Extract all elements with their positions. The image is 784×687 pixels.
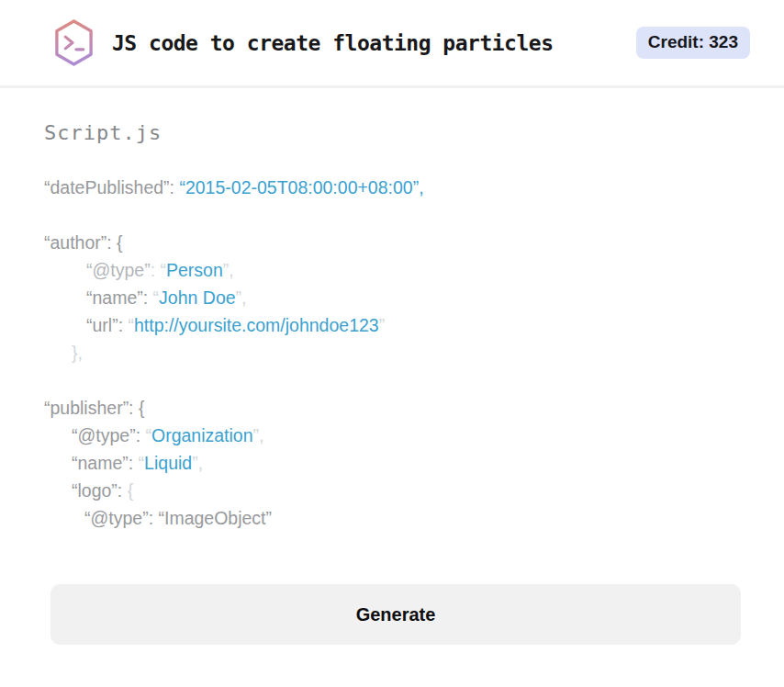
code-token-key: “datePublished”:	[44, 177, 179, 197]
code-token-key: “logo”:	[72, 480, 128, 501]
code-token-value: Person	[166, 260, 223, 280]
main-content: Script.js “datePublished”: “2015-02-05T0…	[0, 88, 784, 532]
header-bar: JS code to create floating particles Cre…	[0, 0, 784, 88]
code-line: “logo”: {	[44, 477, 741, 504]
code-token-punct_light: ”,	[253, 425, 264, 445]
code-token-punct_light: {	[128, 480, 134, 501]
code-line: “name”: “John Doe”,	[44, 284, 741, 311]
code-token-key: “publisher”: {	[44, 398, 144, 418]
code-line: “@type”: “ImageObject”	[44, 504, 741, 532]
code-token-punct_light: },	[72, 343, 83, 363]
generate-button[interactable]: Generate	[50, 584, 741, 645]
code-line: “url”: “http://yoursite.com/johndoe123”	[44, 311, 741, 339]
app-window: JS code to create floating particles Cre…	[0, 0, 784, 687]
code-token-value: Liquid	[144, 453, 192, 473]
code-line: “@type”: “Person”,	[44, 256, 741, 284]
code-line: },	[44, 339, 741, 366]
code-line: “publisher”: {	[44, 394, 741, 422]
code-token-punct_light: ”	[379, 315, 386, 335]
code-token-key: “name”:	[86, 287, 153, 308]
code-token-punct_light: ”,	[236, 287, 247, 308]
code-line: “name”: “Liquid”,	[44, 449, 741, 477]
filename-heading: Script.js	[44, 121, 741, 146]
button-row: Generate	[0, 532, 784, 645]
code-token-key: “url”:	[86, 315, 129, 335]
code-token-key: “@type”:	[72, 425, 145, 445]
credit-badge: Credit: 323	[636, 27, 750, 59]
code-token-key_light: “@type”	[86, 260, 151, 280]
page-title: JS code to create floating particles	[112, 31, 554, 55]
code-token-key: “author”: {	[44, 232, 123, 253]
code-line: “author”: {	[44, 229, 741, 256]
code-token-value: Organization	[151, 425, 253, 445]
code-token-punct_light: ”,	[192, 453, 203, 473]
code-token-punct_light: ”,	[223, 260, 234, 280]
code-line-blank	[44, 366, 741, 394]
code-line: “datePublished”: “2015-02-05T08:00:00+08…	[44, 174, 741, 201]
terminal-prompt-hexagon-icon	[52, 18, 95, 67]
code-token-punct_light: :	[151, 260, 161, 280]
code-token-key: “@type”: “ImageObject”	[84, 508, 272, 528]
code-line: “@type”: “Organization”,	[44, 422, 741, 449]
code-token-key: “name”:	[72, 453, 139, 473]
code-line-blank	[44, 201, 741, 229]
code-editor: “datePublished”: “2015-02-05T08:00:00+08…	[44, 174, 741, 532]
code-token-value: http://yoursite.com/johndoe123	[134, 315, 379, 335]
code-token-value: John Doe	[159, 287, 235, 308]
code-token-value: “2015-02-05T08:00:00+08:00”,	[179, 177, 423, 197]
